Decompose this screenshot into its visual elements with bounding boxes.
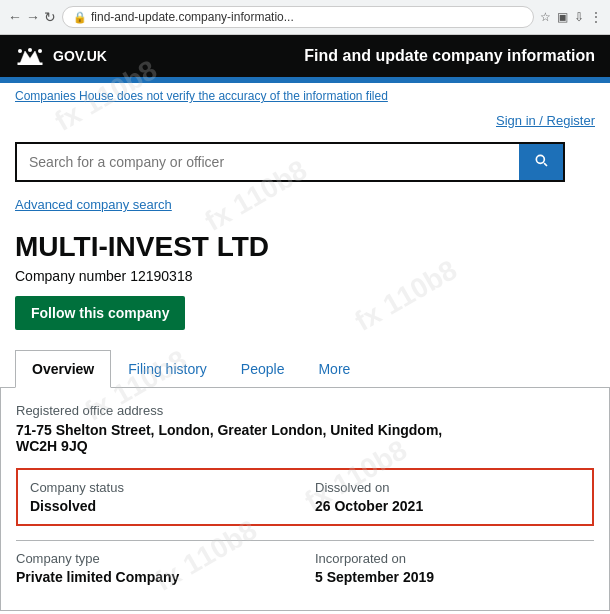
company-number-row: Company number 12190318 — [15, 268, 595, 284]
advanced-search-section: Advanced company search — [0, 192, 610, 220]
search-form — [15, 142, 565, 182]
search-icon — [533, 152, 549, 168]
site-title: Find and update company information — [304, 47, 595, 65]
extension-icon[interactable]: ▣ — [557, 10, 568, 24]
registered-office-value: 71-75 Shelton Street, London, Greater Lo… — [16, 422, 594, 454]
type-left: Company type Private limited Company — [16, 551, 295, 585]
star-icon[interactable]: ☆ — [540, 10, 551, 24]
company-section: MULTI-INVEST LTD Company number 12190318… — [0, 220, 610, 330]
refresh-icon[interactable]: ↻ — [44, 9, 56, 25]
gov-name: GOV.UK — [53, 48, 107, 64]
tab-more[interactable]: More — [301, 350, 367, 387]
address-line2: WC2H 9JQ — [16, 438, 88, 454]
dissolved-label: Dissolved on — [315, 480, 580, 495]
tabs: Overview Filing history People More — [0, 350, 610, 387]
gov-logo: GOV.UK — [15, 45, 107, 67]
url-bar[interactable]: 🔒 find-and-update.company-informatio... — [62, 6, 534, 28]
url-text: find-and-update.company-informatio... — [91, 10, 294, 24]
incorporated-label: Incorporated on — [315, 551, 594, 566]
advanced-search-link[interactable]: Advanced company search — [15, 197, 172, 212]
search-input[interactable] — [17, 144, 519, 180]
status-label: Company status — [30, 480, 295, 495]
tab-filing-history[interactable]: Filing history — [111, 350, 224, 387]
content-area: Registered office address 71-75 Shelton … — [0, 388, 610, 611]
type-incorporated-row: Company type Private limited Company Inc… — [16, 540, 594, 595]
signin-link[interactable]: Sign in / Register — [496, 113, 595, 128]
registered-office-block: Registered office address 71-75 Shelton … — [16, 403, 594, 454]
company-name: MULTI-INVEST LTD — [15, 230, 595, 264]
crown-icon — [15, 45, 45, 67]
company-number-label: Company number — [15, 268, 126, 284]
back-icon[interactable]: ← — [8, 9, 22, 25]
svg-rect-5 — [18, 63, 43, 66]
gov-header: GOV.UK Find and update company informati… — [0, 35, 610, 77]
tabs-section: Overview Filing history People More — [0, 350, 610, 388]
signin-bar: Sign in / Register — [0, 109, 610, 132]
type-label: Company type — [16, 551, 295, 566]
search-button[interactable] — [519, 144, 563, 180]
status-value: Dissolved — [30, 498, 295, 514]
type-value: Private limited Company — [16, 569, 295, 585]
incorporated-value: 5 September 2019 — [315, 569, 594, 585]
svg-point-4 — [38, 49, 42, 53]
warning-link[interactable]: Companies House does not verify the accu… — [15, 89, 388, 103]
follow-button[interactable]: Follow this company — [15, 296, 185, 330]
svg-point-3 — [28, 48, 32, 52]
browser-bar: ← → ↻ 🔒 find-and-update.company-informat… — [0, 0, 610, 35]
status-right: Dissolved on 26 October 2021 — [295, 480, 580, 514]
forward-icon[interactable]: → — [26, 9, 40, 25]
tab-overview[interactable]: Overview — [15, 350, 111, 388]
warning-bar: Companies House does not verify the accu… — [0, 83, 610, 109]
dissolved-value: 26 October 2021 — [315, 498, 580, 514]
lock-icon: 🔒 — [73, 11, 87, 24]
status-left: Company status Dissolved — [30, 480, 295, 514]
svg-point-2 — [18, 49, 22, 53]
status-dissolved-row: Company status Dissolved Dissolved on 26… — [16, 468, 594, 526]
search-section — [0, 132, 610, 192]
menu-icon[interactable]: ⋮ — [590, 10, 602, 24]
address-line1: 71-75 Shelton Street, London, Greater Lo… — [16, 422, 442, 438]
download-icon[interactable]: ⇩ — [574, 10, 584, 24]
type-right: Incorporated on 5 September 2019 — [295, 551, 594, 585]
tab-people[interactable]: People — [224, 350, 302, 387]
registered-office-label: Registered office address — [16, 403, 594, 418]
company-number-value: 12190318 — [130, 268, 192, 284]
